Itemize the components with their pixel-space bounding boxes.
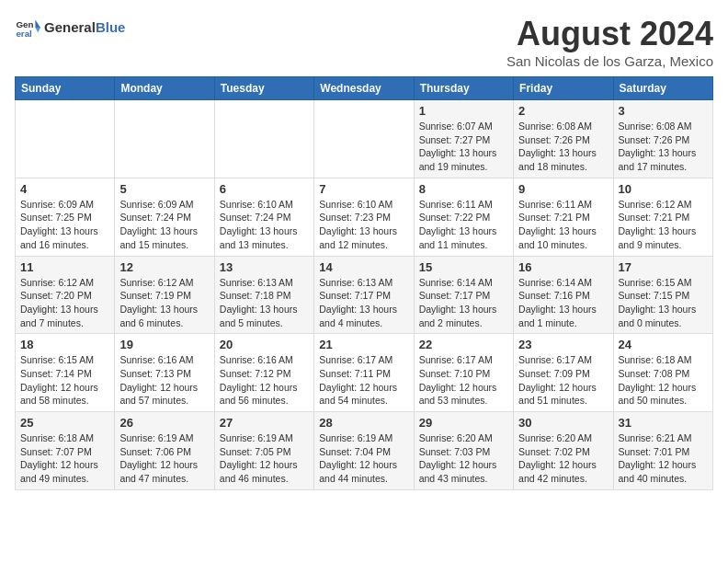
calendar-cell: [115, 100, 214, 178]
day-number: 11: [20, 260, 109, 274]
calendar-cell: [16, 100, 115, 178]
calendar-body: 1Sunrise: 6:07 AM Sunset: 7:27 PM Daylig…: [16, 100, 713, 490]
day-number: 16: [518, 260, 608, 274]
calendar-cell: 2Sunrise: 6:08 AM Sunset: 7:26 PM Daylig…: [514, 100, 613, 178]
day-info: Sunrise: 6:11 AM Sunset: 7:21 PM Dayligh…: [518, 198, 608, 252]
svg-text:eral: eral: [16, 29, 32, 39]
calendar-cell: 9Sunrise: 6:11 AM Sunset: 7:21 PM Daylig…: [514, 178, 613, 256]
day-number: 8: [419, 182, 508, 196]
column-header-wednesday: Wednesday: [314, 77, 414, 100]
header-row: SundayMondayTuesdayWednesdayThursdayFrid…: [16, 77, 713, 100]
day-info: Sunrise: 6:10 AM Sunset: 7:23 PM Dayligh…: [319, 198, 408, 252]
day-info: Sunrise: 6:19 AM Sunset: 7:04 PM Dayligh…: [319, 431, 408, 486]
day-number: 30: [518, 416, 608, 430]
day-number: 15: [419, 260, 508, 274]
week-row-5: 25Sunrise: 6:18 AM Sunset: 7:07 PM Dayli…: [16, 412, 713, 490]
day-info: Sunrise: 6:19 AM Sunset: 7:05 PM Dayligh…: [220, 431, 309, 486]
day-info: Sunrise: 6:13 AM Sunset: 7:17 PM Dayligh…: [319, 276, 408, 330]
day-info: Sunrise: 6:07 AM Sunset: 7:27 PM Dayligh…: [419, 120, 508, 174]
day-number: 13: [220, 260, 309, 274]
column-header-saturday: Saturday: [613, 77, 712, 100]
day-info: Sunrise: 6:19 AM Sunset: 7:06 PM Dayligh…: [119, 431, 209, 486]
day-info: Sunrise: 6:14 AM Sunset: 7:17 PM Dayligh…: [419, 276, 508, 330]
week-row-3: 11Sunrise: 6:12 AM Sunset: 7:20 PM Dayli…: [16, 256, 713, 334]
day-info: Sunrise: 6:09 AM Sunset: 7:24 PM Dayligh…: [119, 198, 209, 252]
calendar-cell: 16Sunrise: 6:14 AM Sunset: 7:16 PM Dayli…: [514, 256, 613, 334]
calendar-cell: 8Sunrise: 6:11 AM Sunset: 7:22 PM Daylig…: [414, 178, 513, 256]
calendar-cell: 15Sunrise: 6:14 AM Sunset: 7:17 PM Dayli…: [414, 256, 513, 334]
day-info: Sunrise: 6:17 AM Sunset: 7:09 PM Dayligh…: [518, 353, 608, 408]
day-number: 18: [20, 338, 109, 351]
calendar-cell: 11Sunrise: 6:12 AM Sunset: 7:20 PM Dayli…: [16, 256, 115, 334]
day-number: 28: [319, 416, 408, 430]
calendar-cell: 23Sunrise: 6:17 AM Sunset: 7:09 PM Dayli…: [514, 334, 613, 412]
day-info: Sunrise: 6:20 AM Sunset: 7:02 PM Dayligh…: [518, 431, 608, 486]
day-info: Sunrise: 6:10 AM Sunset: 7:24 PM Dayligh…: [220, 198, 309, 252]
day-number: 5: [119, 182, 209, 196]
column-header-tuesday: Tuesday: [214, 77, 313, 100]
calendar-cell: 5Sunrise: 6:09 AM Sunset: 7:24 PM Daylig…: [115, 178, 214, 256]
logo: Gen eral GeneralBlue: [15, 15, 125, 40]
day-info: Sunrise: 6:14 AM Sunset: 7:16 PM Dayligh…: [518, 276, 608, 330]
calendar-cell: 31Sunrise: 6:21 AM Sunset: 7:01 PM Dayli…: [613, 412, 712, 490]
column-header-monday: Monday: [115, 77, 214, 100]
day-info: Sunrise: 6:12 AM Sunset: 7:21 PM Dayligh…: [619, 198, 708, 252]
calendar-cell: 28Sunrise: 6:19 AM Sunset: 7:04 PM Dayli…: [314, 412, 414, 490]
day-info: Sunrise: 6:11 AM Sunset: 7:22 PM Dayligh…: [419, 198, 508, 252]
calendar-cell: 21Sunrise: 6:17 AM Sunset: 7:11 PM Dayli…: [314, 334, 414, 412]
day-info: Sunrise: 6:18 AM Sunset: 7:08 PM Dayligh…: [619, 353, 708, 408]
column-header-friday: Friday: [514, 77, 613, 100]
day-info: Sunrise: 6:17 AM Sunset: 7:11 PM Dayligh…: [319, 353, 408, 408]
title-block: August 2024 San Nicolas de los Garza, Me…: [506, 15, 713, 69]
day-number: 23: [518, 338, 608, 351]
day-info: Sunrise: 6:08 AM Sunset: 7:26 PM Dayligh…: [518, 120, 608, 174]
logo-icon: Gen eral: [15, 15, 40, 40]
calendar-cell: 13Sunrise: 6:13 AM Sunset: 7:18 PM Dayli…: [214, 256, 313, 334]
calendar-cell: [214, 100, 313, 178]
page-header: Gen eral GeneralBlue August 2024 San Nic…: [15, 15, 713, 69]
svg-marker-3: [35, 28, 40, 33]
calendar-cell: 12Sunrise: 6:12 AM Sunset: 7:19 PM Dayli…: [115, 256, 214, 334]
calendar-cell: 26Sunrise: 6:19 AM Sunset: 7:06 PM Dayli…: [115, 412, 214, 490]
calendar-cell: 20Sunrise: 6:16 AM Sunset: 7:12 PM Dayli…: [214, 334, 313, 412]
calendar-cell: 18Sunrise: 6:15 AM Sunset: 7:14 PM Dayli…: [16, 334, 115, 412]
day-number: 31: [619, 416, 708, 430]
calendar-cell: 22Sunrise: 6:17 AM Sunset: 7:10 PM Dayli…: [414, 334, 513, 412]
day-info: Sunrise: 6:08 AM Sunset: 7:26 PM Dayligh…: [619, 120, 708, 174]
week-row-4: 18Sunrise: 6:15 AM Sunset: 7:14 PM Dayli…: [16, 334, 713, 412]
day-info: Sunrise: 6:13 AM Sunset: 7:18 PM Dayligh…: [220, 276, 309, 330]
calendar-cell: 6Sunrise: 6:10 AM Sunset: 7:24 PM Daylig…: [214, 178, 313, 256]
day-number: 26: [119, 416, 209, 430]
day-number: 21: [319, 338, 408, 351]
day-info: Sunrise: 6:15 AM Sunset: 7:15 PM Dayligh…: [619, 276, 708, 330]
calendar-cell: 17Sunrise: 6:15 AM Sunset: 7:15 PM Dayli…: [613, 256, 712, 334]
day-info: Sunrise: 6:16 AM Sunset: 7:12 PM Dayligh…: [220, 353, 309, 408]
day-number: 3: [619, 104, 708, 118]
calendar-cell: 25Sunrise: 6:18 AM Sunset: 7:07 PM Dayli…: [16, 412, 115, 490]
day-info: Sunrise: 6:21 AM Sunset: 7:01 PM Dayligh…: [619, 431, 708, 486]
day-number: 22: [419, 338, 508, 351]
day-info: Sunrise: 6:12 AM Sunset: 7:20 PM Dayligh…: [20, 276, 109, 330]
column-header-sunday: Sunday: [16, 77, 115, 100]
calendar-cell: [314, 100, 414, 178]
calendar-cell: 24Sunrise: 6:18 AM Sunset: 7:08 PM Dayli…: [613, 334, 712, 412]
week-row-1: 1Sunrise: 6:07 AM Sunset: 7:27 PM Daylig…: [16, 100, 713, 178]
day-number: 10: [619, 182, 708, 196]
day-info: Sunrise: 6:12 AM Sunset: 7:19 PM Dayligh…: [119, 276, 209, 330]
logo-blue-text: Blue: [96, 19, 126, 35]
day-info: Sunrise: 6:16 AM Sunset: 7:13 PM Dayligh…: [119, 353, 209, 408]
day-number: 2: [518, 104, 608, 118]
day-number: 24: [619, 338, 708, 351]
day-number: 19: [119, 338, 209, 351]
svg-marker-2: [35, 20, 40, 28]
week-row-2: 4Sunrise: 6:09 AM Sunset: 7:25 PM Daylig…: [16, 178, 713, 256]
day-info: Sunrise: 6:18 AM Sunset: 7:07 PM Dayligh…: [20, 431, 109, 486]
calendar-cell: 29Sunrise: 6:20 AM Sunset: 7:03 PM Dayli…: [414, 412, 513, 490]
column-header-thursday: Thursday: [414, 77, 513, 100]
day-number: 1: [419, 104, 508, 118]
calendar-cell: 19Sunrise: 6:16 AM Sunset: 7:13 PM Dayli…: [115, 334, 214, 412]
calendar-cell: 4Sunrise: 6:09 AM Sunset: 7:25 PM Daylig…: [16, 178, 115, 256]
logo-general-text: General: [44, 19, 96, 35]
day-number: 6: [220, 182, 309, 196]
calendar-cell: 7Sunrise: 6:10 AM Sunset: 7:23 PM Daylig…: [314, 178, 414, 256]
